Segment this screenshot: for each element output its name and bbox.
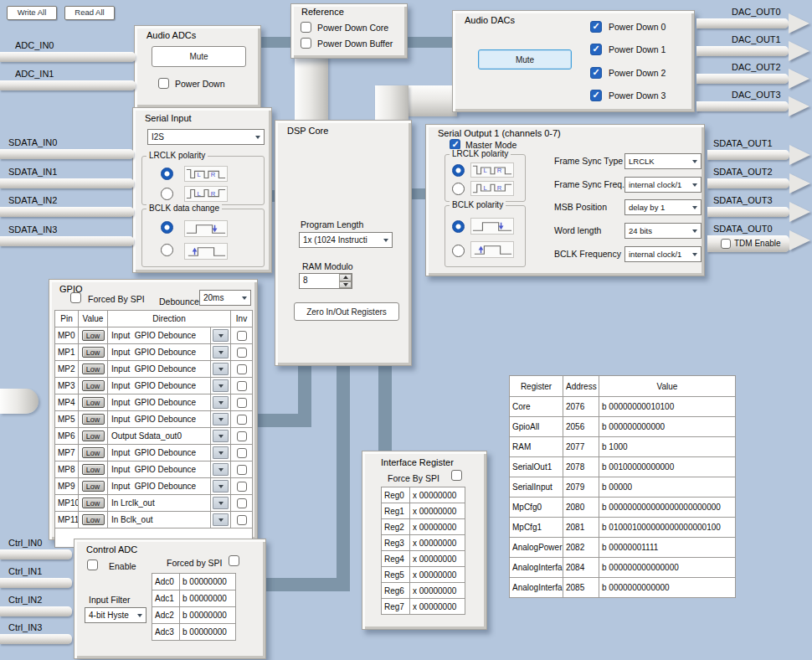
- gpio-inv-checkbox[interactable]: [237, 515, 247, 525]
- dac-mute-button[interactable]: Mute: [478, 49, 572, 70]
- so-field-4-dropdown[interactable]: internal clock/1: [624, 246, 702, 262]
- power-down-core-checkbox[interactable]: [301, 22, 311, 33]
- ram-modulo-stepper[interactable]: 8: [299, 273, 352, 289]
- gpio-direction-dropdown-button[interactable]: [213, 513, 229, 526]
- so-field-3-dropdown[interactable]: 24 bits: [624, 223, 702, 239]
- gpio-value-button[interactable]: Low: [82, 414, 105, 425]
- force-by-spi-checkbox[interactable]: [451, 470, 462, 481]
- dac-power-down-0-checkbox[interactable]: [590, 21, 602, 33]
- so-field-1-dropdown[interactable]: internal clock/1: [624, 177, 702, 193]
- adc-in-pin: [0, 80, 136, 90]
- interface-register-row: Reg1x 00000000: [382, 503, 465, 519]
- interface-register-value-field[interactable]: x 00000000: [410, 551, 465, 567]
- tdm-enable-checkbox[interactable]: [721, 239, 731, 249]
- control-adc-value-field[interactable]: b 00000000: [180, 574, 236, 590]
- gpio-value-button[interactable]: Low: [82, 380, 105, 391]
- program-length-dropdown[interactable]: 1x (1024 Instructi: [299, 232, 393, 248]
- input-filter-label: Input Filter: [89, 595, 131, 605]
- gpio-direction-dropdown-button[interactable]: [213, 446, 229, 459]
- gpio-inv-checkbox[interactable]: [237, 431, 247, 441]
- gpio-direction-dropdown-button[interactable]: [213, 413, 229, 425]
- interface-register-value-field[interactable]: x 00000000: [410, 535, 465, 551]
- gpio-value-button[interactable]: Low: [82, 514, 105, 525]
- gpio-value-button[interactable]: Low: [82, 347, 105, 358]
- gpio-value-button[interactable]: Low: [82, 330, 105, 341]
- gpio-inv-checkbox[interactable]: [237, 364, 247, 374]
- register-table-row: SerialInput2079b 00000: [510, 477, 736, 498]
- so-field-2-dropdown[interactable]: delay by 1: [624, 199, 702, 215]
- lrclk-rising-waveform-icon: LR: [470, 181, 514, 196]
- serial-input-format-dropdown[interactable]: I2S: [147, 129, 265, 145]
- ctrl-in-pin-label: Ctrl_IN2: [8, 595, 42, 605]
- so-bclk-polarity-radio-1[interactable]: [452, 245, 465, 257]
- si-lrclk-polarity-radio-1[interactable]: [161, 188, 173, 200]
- gpio-value-cell: Low: [79, 512, 108, 529]
- interface-register-value-field[interactable]: x 00000000: [410, 487, 465, 503]
- zero-registers-button[interactable]: Zero In/Out Registers: [294, 302, 399, 321]
- lrclk-polarity-group: LRCLK polarity LR LR: [141, 156, 265, 205]
- power-down-buffer-checkbox[interactable]: [301, 38, 311, 49]
- control-adc-forced-checkbox[interactable]: [229, 555, 239, 566]
- dac-power-down-2-checkbox[interactable]: [590, 67, 602, 79]
- debounce-dropdown[interactable]: 20ms: [199, 290, 251, 306]
- so-bclk-polarity-radio-0[interactable]: [452, 220, 465, 233]
- gpio-direction-dropdown-button[interactable]: [213, 497, 229, 509]
- gpio-value-button[interactable]: Low: [82, 431, 105, 441]
- serial-output1-title: Serial Output 1 (channels 0-7): [438, 128, 561, 138]
- stepper-up-icon[interactable]: [339, 274, 352, 281]
- dsp-block-diagram-canvas: { "toolbar": { "write_all": "Write All",…: [0, 0, 812, 660]
- gpio-value-button[interactable]: Low: [82, 397, 105, 408]
- gpio-inv-checkbox[interactable]: [237, 415, 247, 425]
- gpio-direction-dropdown-button[interactable]: [213, 396, 229, 409]
- dac-power-down-3-checkbox[interactable]: [590, 90, 602, 101]
- gpio-value-button[interactable]: Low: [82, 498, 105, 508]
- gpio-value-button[interactable]: Low: [82, 364, 105, 374]
- gpio-value-button[interactable]: Low: [82, 481, 105, 492]
- gpio-forced-by-spi-checkbox[interactable]: [70, 292, 81, 303]
- interface-register-value-field[interactable]: x 00000000: [410, 599, 465, 615]
- stepper-down-icon[interactable]: [339, 281, 352, 289]
- so-lrclk-polarity-radio-0[interactable]: [452, 164, 465, 177]
- gpio-direction-dropdown-button[interactable]: [213, 379, 229, 392]
- so-field-0-dropdown[interactable]: LRCLK: [624, 153, 702, 169]
- gpio-direction-dropdown-button[interactable]: [213, 363, 229, 375]
- gpio-inv-checkbox[interactable]: [237, 381, 247, 391]
- gpio-inv-checkbox[interactable]: [237, 331, 247, 341]
- si-lrclk-polarity-radio-0[interactable]: [161, 168, 173, 180]
- gpio-inv-checkbox[interactable]: [237, 448, 247, 458]
- si-bclk-change-radio-0[interactable]: [161, 221, 173, 234]
- gpio-direction-dropdown-button[interactable]: [213, 346, 229, 358]
- gpio-inv-checkbox[interactable]: [237, 348, 247, 358]
- gpio-inv-checkbox[interactable]: [237, 398, 247, 408]
- so-lrclk-polarity-radio-1[interactable]: [452, 183, 465, 195]
- register-name-cell: RAM: [510, 437, 563, 457]
- control-adc-value-field[interactable]: b 00000000: [180, 624, 236, 641]
- gpio-inv-checkbox[interactable]: [237, 498, 247, 508]
- control-adc-enable-checkbox[interactable]: [87, 559, 98, 570]
- gpio-inv-checkbox[interactable]: [237, 465, 247, 475]
- interface-register-value-field[interactable]: x 00000000: [410, 583, 465, 599]
- input-filter-dropdown[interactable]: 4-bit Hyste: [85, 607, 146, 623]
- write-all-button[interactable]: Write All: [7, 6, 57, 20]
- sdata-in-pin-label: SDATA_IN3: [8, 224, 57, 235]
- adc-mute-button[interactable]: Mute: [152, 46, 246, 67]
- gpio-pin-cell: MP5: [55, 411, 79, 428]
- gpio-direction-dropdown-button[interactable]: [213, 430, 229, 442]
- gpio-direction-dropdown-button[interactable]: [213, 480, 229, 492]
- read-all-button[interactable]: Read All: [64, 6, 115, 20]
- gpio-value-button[interactable]: Low: [82, 447, 105, 458]
- adc-power-down-checkbox[interactable]: [158, 78, 169, 89]
- gpio-direction-dropdown-button[interactable]: [213, 463, 229, 476]
- interface-register-value-field[interactable]: x 00000000: [410, 503, 465, 519]
- gpio-inv-checkbox[interactable]: [237, 482, 247, 492]
- gpio-value-button[interactable]: Low: [82, 464, 105, 475]
- interface-register-value-field[interactable]: x 00000000: [410, 519, 465, 535]
- sdata-out-pin-label: SDATA_OUT0: [713, 224, 773, 234]
- dac-power-down-1-checkbox[interactable]: [590, 44, 602, 55]
- si-bclk-change-radio-1[interactable]: [161, 244, 173, 256]
- control-adc-value-field[interactable]: b 00000000: [180, 590, 236, 607]
- gpio-direction-dropdown-button[interactable]: [213, 329, 229, 342]
- interface-register-value-field[interactable]: x 00000000: [410, 567, 465, 583]
- so-lrclk-polarity-group-title: LRCLK polarity: [450, 149, 511, 158]
- control-adc-value-field[interactable]: b 00000000: [180, 607, 236, 624]
